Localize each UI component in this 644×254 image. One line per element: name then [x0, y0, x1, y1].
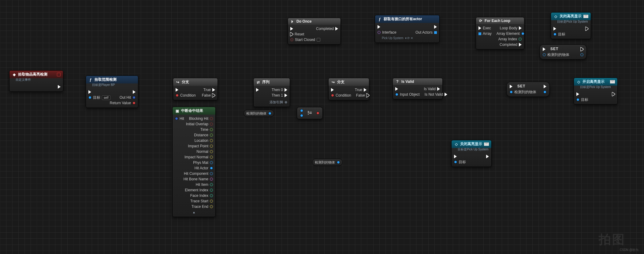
node-detect-range[interactable]: ƒ拾取范围检测 目标是Player BP 目标selfOut Hit Retur…: [86, 75, 138, 108]
pin-false[interactable]: False: [202, 93, 215, 98]
exec-in[interactable]: [454, 155, 457, 158]
add-pin[interactable]: 添加引脚 ⊕: [270, 100, 287, 105]
node-open-highlight[interactable]: ◇开启高亮显示 目标是Pick Up System 目标: [574, 78, 618, 105]
node-set-1[interactable]: SET 检测到的物体: [539, 44, 587, 60]
node-get-all-actors[interactable]: ƒ获取有接口的所有actor InterfaceOut Actors Pick …: [375, 15, 440, 43]
pin-out-actors[interactable]: Out Actors: [415, 30, 437, 35]
node-get-detected-1[interactable]: 检测到的物体: [244, 110, 274, 117]
node-sequence[interactable]: ⇄序列 Then 0 Then 1 添加引脚 ⊕: [253, 78, 290, 107]
pin-target[interactable]: 目标: [576, 97, 588, 102]
exec-out[interactable]: [612, 92, 615, 96]
pin-blocking-hit[interactable]: Blocking Hit: [189, 116, 213, 121]
pin-impact-point[interactable]: Impact Point: [188, 144, 213, 148]
node-subtitle: 目标是Pick Up System: [458, 147, 491, 152]
pin-exec[interactable]: Exec: [478, 26, 491, 30]
pin-outhit[interactable]: Out Hit: [120, 95, 136, 100]
pin-trace-end[interactable]: Trace End: [192, 204, 213, 209]
node-close-highlight-2[interactable]: ◇关闭高亮显示 目标是Pick Up System 目标: [451, 140, 492, 167]
pin-array[interactable]: Array: [478, 31, 492, 36]
pin-out[interactable]: [580, 53, 583, 56]
delegate-pin[interactable]: [57, 73, 61, 76]
interface-value[interactable]: Pick Up System: [382, 36, 404, 40]
pin-normal[interactable]: Normal: [196, 149, 213, 154]
pin-phys-mat[interactable]: Phys Mat: [193, 160, 213, 165]
node-branch-2[interactable]: ↪分支 True ConditionFalse: [328, 78, 369, 100]
exec-out[interactable]: [586, 27, 588, 31]
exec-in[interactable]: [378, 25, 380, 29]
pin-a[interactable]: [300, 109, 303, 112]
exec-out[interactable]: [434, 25, 437, 29]
pin-completed[interactable]: Completed: [316, 27, 338, 31]
pin-true[interactable]: True: [203, 88, 215, 92]
node-title: 中断命中结果: [181, 108, 203, 113]
node-is-valid[interactable]: ?Is Valid Is Valid Input ObjectIs Not Va…: [393, 78, 443, 99]
node-custom-event[interactable]: ◆拾取物品高亮检测 自定义事件: [9, 70, 63, 92]
pin-hit[interactable]: Hit: [175, 116, 184, 121]
pin-hit-component[interactable]: Hit Component: [184, 171, 213, 176]
pin-return[interactable]: Return Value: [110, 101, 136, 105]
exec-in[interactable]: [88, 90, 91, 94]
pin-var[interactable]: 检测到的物体: [510, 90, 536, 95]
exec-in[interactable]: [543, 47, 545, 51]
exec-out[interactable]: [581, 47, 583, 51]
pin-out[interactable]: [543, 90, 546, 94]
pin-var[interactable]: 检测到的物体: [543, 52, 569, 57]
pin-condition[interactable]: Condition: [331, 93, 351, 98]
exec-out[interactable]: [486, 155, 489, 158]
exec-in[interactable]: [510, 85, 512, 88]
exec-in[interactable]: [395, 87, 398, 91]
pin-array-element[interactable]: Array Element: [497, 31, 524, 36]
pin-then0[interactable]: Then 0: [272, 88, 287, 92]
pin-valid[interactable]: Is Valid: [424, 87, 440, 91]
pin-loop-body[interactable]: Loop Body: [500, 26, 522, 30]
node-get-detected-2[interactable]: 检测到的物体: [312, 159, 343, 166]
exec-out[interactable]: [58, 85, 61, 89]
pin-trace-start[interactable]: Trace Start: [190, 199, 213, 203]
expand-arrow-icon[interactable]: ▲: [192, 211, 195, 214]
pin-true[interactable]: True: [355, 88, 367, 92]
exec-out[interactable]: [544, 85, 546, 88]
node-branch-1[interactable]: ↪分支 True ConditionFalse: [173, 78, 218, 100]
node-do-once[interactable]: ⏵Do Once Completed Reset Start Closed: [288, 18, 341, 45]
node-close-highlight-1[interactable]: ◇关闭高亮显示 目标是Pick Up System 目标: [551, 12, 591, 39]
node-title: 开启高亮显示: [583, 79, 605, 84]
pin-distance[interactable]: Distance: [194, 133, 213, 137]
pin-hit-actor[interactable]: Hit Actor: [195, 166, 213, 170]
pin-reset[interactable]: Reset: [290, 32, 304, 36]
pin-hit-item[interactable]: Hit Item: [196, 182, 213, 187]
pin-target[interactable]: 目标: [553, 32, 565, 37]
pin-target[interactable]: 目标: [454, 160, 466, 165]
pin-impact-normal[interactable]: Impact Normal: [184, 155, 213, 159]
exec-in[interactable]: [290, 27, 293, 31]
exec-in[interactable]: [576, 92, 579, 96]
pin-not-valid[interactable]: Is Not Valid: [425, 92, 447, 97]
pin-target[interactable]: 目标self: [88, 95, 110, 100]
pin-b[interactable]: [300, 114, 303, 117]
pin-element-index[interactable]: Element Index: [185, 188, 213, 192]
pin-interface[interactable]: Interface: [378, 30, 396, 35]
pin-time[interactable]: Time: [200, 127, 213, 132]
pin-out[interactable]: [268, 112, 271, 115]
node-for-each[interactable]: ⟳For Each Loop ExecLoop Body ArrayArray …: [476, 17, 524, 50]
pin-completed[interactable]: Completed: [500, 42, 522, 47]
pin-out[interactable]: [316, 112, 319, 115]
pin-input-object[interactable]: Input Object: [395, 92, 420, 97]
node-set-2[interactable]: SET 检测到的物体: [506, 82, 550, 97]
node-break-hit[interactable]: ▣中断命中结果 HitBlocking Hit Initial Overlap …: [172, 107, 216, 217]
exec-out[interactable]: [133, 90, 136, 94]
pin-hit-bone[interactable]: Hit Bone Name: [184, 177, 213, 181]
node-not-equal[interactable]: !=: [297, 107, 323, 119]
exec-in[interactable]: [331, 88, 334, 92]
exec-in[interactable]: [176, 88, 178, 92]
pin-array-index[interactable]: Array Index: [498, 37, 522, 41]
pin-face-index[interactable]: Face Index: [190, 193, 213, 198]
pin-then1[interactable]: Then 1: [272, 93, 287, 98]
pin-start-closed[interactable]: Start Closed: [290, 38, 320, 42]
pin-initial-overlap[interactable]: Initial Overlap: [186, 122, 213, 126]
exec-in[interactable]: [553, 27, 556, 31]
pin-out[interactable]: [337, 161, 340, 164]
pin-false[interactable]: False: [356, 93, 369, 98]
pin-condition[interactable]: Condition: [176, 93, 196, 98]
pin-location[interactable]: Location: [195, 138, 213, 143]
exec-in[interactable]: [256, 88, 259, 92]
